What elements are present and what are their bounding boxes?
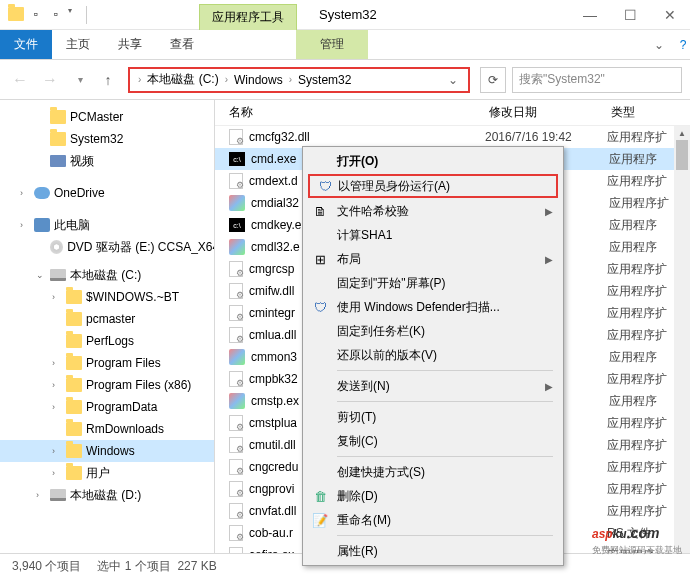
help-icon[interactable]: ?: [676, 38, 690, 52]
file-icon: [229, 261, 243, 277]
properties-icon[interactable]: ▫: [28, 6, 44, 22]
file-row[interactable]: cmcfg32.dll2016/7/16 19:42应用程序扩: [215, 126, 690, 148]
qat-dropdown-icon[interactable]: ▾: [68, 6, 78, 24]
breadcrumb-seg[interactable]: 本地磁盘 (C:): [143, 71, 222, 88]
breadcrumb-dropdown-icon[interactable]: ⌄: [444, 73, 462, 87]
column-type[interactable]: 类型: [611, 104, 690, 121]
view-tab[interactable]: 查看: [156, 30, 208, 59]
tree-item[interactable]: ›本地磁盘 (D:): [0, 484, 214, 506]
breadcrumb[interactable]: › 本地磁盘 (C:) › Windows › System32 ⌄: [128, 67, 470, 93]
menu-defender[interactable]: 🛡使用 Windows Defender扫描...: [305, 295, 561, 319]
column-date[interactable]: 修改日期: [489, 104, 611, 121]
pc-icon: [34, 218, 50, 232]
breadcrumb-seg[interactable]: System32: [294, 73, 355, 87]
tree-item[interactable]: 视频: [0, 150, 214, 172]
menu-pin-start[interactable]: 固定到"开始"屏幕(P): [305, 271, 561, 295]
file-type: 应用程序扩: [607, 371, 667, 388]
maximize-button[interactable]: ☐: [610, 1, 650, 29]
chevron-right-icon: ▶: [545, 381, 553, 392]
chevron-right-icon[interactable]: ›: [136, 74, 143, 85]
layout-icon: ⊞: [311, 250, 329, 268]
scroll-up-icon[interactable]: ▲: [674, 126, 690, 140]
chevron-right-icon[interactable]: ›: [20, 220, 30, 230]
file-icon: [229, 503, 243, 519]
folder-icon: [8, 6, 24, 22]
file-icon: [229, 173, 243, 189]
menu-restore[interactable]: 还原以前的版本(V): [305, 343, 561, 367]
tree-item[interactable]: ›$WINDOWS.~BT: [0, 286, 214, 308]
menu-rename[interactable]: 📝重命名(M): [305, 508, 561, 532]
folder-icon: [50, 110, 66, 124]
tree-item[interactable]: pcmaster: [0, 308, 214, 330]
new-folder-icon[interactable]: ▫: [48, 6, 64, 22]
back-button[interactable]: ←: [8, 68, 32, 92]
home-tab[interactable]: 主页: [52, 30, 104, 59]
tools-tab[interactable]: 应用程序工具: [199, 4, 297, 30]
tree-item[interactable]: PerfLogs: [0, 330, 214, 352]
menu-hash[interactable]: 🗎文件哈希校验▶: [305, 199, 561, 223]
window-title: System32: [319, 7, 377, 22]
menu-sha1[interactable]: 计算SHA1: [305, 223, 561, 247]
file-type: 应用程序扩: [607, 415, 667, 432]
file-type: 应用程序: [609, 349, 657, 366]
file-icon: [229, 415, 243, 431]
refresh-button[interactable]: ⟳: [480, 67, 506, 93]
menu-shortcut[interactable]: 创建快捷方式(S): [305, 460, 561, 484]
search-input[interactable]: 搜索"System32": [512, 67, 682, 93]
chevron-right-icon[interactable]: ›: [223, 74, 230, 85]
file-type: 应用程序扩: [607, 305, 667, 322]
file-icon: [229, 525, 243, 541]
menu-open[interactable]: 打开(O): [305, 149, 561, 173]
tree-item[interactable]: RmDownloads: [0, 418, 214, 440]
share-tab[interactable]: 共享: [104, 30, 156, 59]
file-type: 应用程序扩: [607, 503, 667, 520]
tree-item[interactable]: ›ProgramData: [0, 396, 214, 418]
menu-run-as-admin[interactable]: 🛡以管理员身份运行(A): [308, 174, 558, 198]
tree-item[interactable]: ›用户: [0, 462, 214, 484]
tree-item[interactable]: ›此电脑: [0, 214, 214, 236]
up-button[interactable]: ↑: [98, 70, 118, 90]
file-icon: c:\: [229, 152, 245, 166]
menu-pin-taskbar[interactable]: 固定到任务栏(K): [305, 319, 561, 343]
nav-tree: PCMaster System32 视频 ›OneDrive ›此电脑 DVD …: [0, 100, 215, 572]
forward-button[interactable]: →: [38, 68, 62, 92]
chevron-right-icon[interactable]: ›: [287, 74, 294, 85]
menu-cut[interactable]: 剪切(T): [305, 405, 561, 429]
file-type: 应用程序扩: [607, 481, 667, 498]
menu-copy[interactable]: 复制(C): [305, 429, 561, 453]
expand-ribbon-icon[interactable]: ⌄: [642, 38, 676, 52]
tree-item[interactable]: System32: [0, 128, 214, 150]
scrollbar[interactable]: ▲ ▼: [674, 126, 690, 572]
file-tab[interactable]: 文件: [0, 30, 52, 59]
menu-sendto[interactable]: 发送到(N)▶: [305, 374, 561, 398]
tree-item[interactable]: ›Program Files (x86): [0, 374, 214, 396]
file-type: 应用程序扩: [607, 327, 667, 344]
minimize-button[interactable]: —: [570, 1, 610, 29]
chevron-down-icon[interactable]: ⌄: [36, 270, 46, 280]
tree-item[interactable]: PCMaster: [0, 106, 214, 128]
menu-properties[interactable]: 属性(R): [305, 539, 561, 563]
folder-icon: [66, 290, 82, 304]
file-icon: c:\: [229, 218, 245, 232]
column-name[interactable]: 名称: [229, 104, 489, 121]
file-type: 应用程序扩: [607, 437, 667, 454]
breadcrumb-seg[interactable]: Windows: [230, 73, 287, 87]
close-button[interactable]: ✕: [650, 1, 690, 29]
tree-item[interactable]: ⌄本地磁盘 (C:): [0, 264, 214, 286]
video-icon: [50, 155, 66, 167]
chevron-right-icon[interactable]: ›: [20, 188, 30, 198]
tree-item[interactable]: ›Program Files: [0, 352, 214, 374]
delete-icon: 🗑: [311, 487, 329, 505]
folder-icon: [50, 132, 66, 146]
menu-delete[interactable]: 🗑删除(D): [305, 484, 561, 508]
tree-item-windows[interactable]: ›Windows: [0, 440, 214, 462]
folder-icon: [66, 356, 82, 370]
scroll-thumb[interactable]: [676, 140, 688, 170]
manage-tab[interactable]: 管理: [296, 30, 368, 59]
file-icon: [229, 283, 243, 299]
menu-layout[interactable]: ⊞布局▶: [305, 247, 561, 271]
tree-item[interactable]: ›OneDrive: [0, 182, 214, 204]
file-type: 应用程序: [609, 217, 657, 234]
history-dropdown-icon[interactable]: ▾: [68, 68, 92, 92]
tree-item[interactable]: DVD 驱动器 (E:) CCSA_X64: [0, 236, 214, 258]
